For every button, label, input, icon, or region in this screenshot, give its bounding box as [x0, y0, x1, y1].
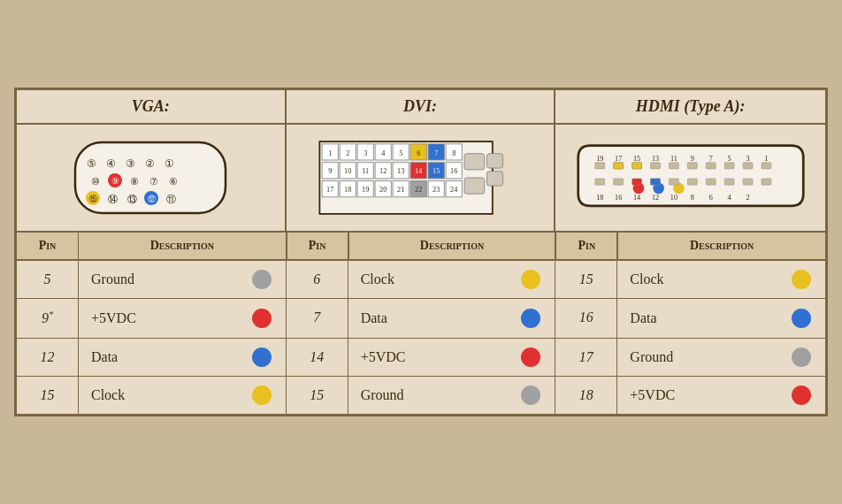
dvi-pin-0: 6 — [287, 261, 348, 298]
svg-text:③: ③ — [126, 157, 135, 170]
svg-text:①: ① — [165, 157, 174, 170]
svg-text:3: 3 — [364, 149, 367, 157]
svg-text:④: ④ — [106, 157, 116, 170]
table-row: 5 Ground 6 Clock 15 Clock — [17, 261, 825, 299]
hdmi-pin-0: 15 — [555, 261, 617, 298]
hdmi-pin-3: 18 — [555, 377, 617, 414]
svg-text:5: 5 — [399, 149, 402, 157]
dvi-pin-header: Pin — [287, 233, 348, 259]
svg-text:3: 3 — [746, 155, 749, 163]
svg-text:6: 6 — [708, 194, 712, 202]
svg-text:⑧: ⑧ — [130, 176, 139, 187]
color-dot-gray — [521, 386, 540, 405]
svg-text:5: 5 — [727, 155, 731, 163]
vga-pin-header: Pin — [17, 233, 79, 259]
svg-text:⑥: ⑥ — [169, 176, 178, 187]
vga-desc-3: Clock — [79, 377, 287, 414]
svg-text:13: 13 — [652, 155, 659, 163]
svg-rect-91 — [762, 163, 771, 169]
color-dot-blue — [521, 309, 540, 328]
svg-text:10: 10 — [344, 168, 351, 176]
hdmi-desc-header: Description — [617, 233, 825, 259]
table-row: 12 Data 14 +5VDC 17 Ground — [17, 339, 825, 377]
svg-rect-92 — [613, 163, 623, 169]
svg-text:⑫: ⑫ — [148, 195, 156, 203]
svg-text:2: 2 — [346, 149, 349, 157]
color-dot-blue — [792, 309, 811, 328]
svg-text:⑨: ⑨ — [111, 176, 119, 186]
svg-rect-115 — [632, 179, 641, 185]
svg-text:15: 15 — [432, 168, 440, 176]
svg-rect-106 — [594, 179, 604, 185]
hdmi-header: HDMI (Type A): — [555, 90, 825, 123]
svg-rect-85 — [650, 163, 660, 169]
table-row: 15 Clock 15 Ground 18 +5VDC — [17, 377, 825, 414]
vga-desc-0: Ground — [79, 261, 287, 298]
col-headers: Pin Description Pin Description Pin Desc… — [17, 233, 825, 261]
svg-text:20: 20 — [379, 187, 387, 195]
svg-text:②: ② — [145, 157, 155, 170]
svg-rect-90 — [743, 163, 753, 169]
dvi-desc-3: Ground — [348, 377, 556, 414]
color-dot-red — [521, 347, 540, 367]
svg-text:7: 7 — [434, 149, 438, 157]
hdmi-pin-1: 16 — [555, 299, 617, 337]
svg-text:9: 9 — [328, 168, 332, 176]
hdmi-connector-svg: 19 17 15 13 11 9 7 5 3 1 — [571, 134, 810, 222]
table-row: 9* +5VDC 7 Data 16 Data — [17, 299, 825, 338]
svg-text:⑪: ⑪ — [166, 194, 176, 204]
vga-pin-3: 15 — [17, 377, 79, 414]
hdmi-desc-1: Data — [617, 299, 825, 337]
svg-text:⑬: ⑬ — [127, 194, 137, 204]
vga-desc-2: Data — [79, 339, 287, 376]
dvi-pin-1: 7 — [287, 299, 348, 337]
dvi-desc-1: Data — [348, 299, 556, 337]
svg-text:⑮: ⑮ — [89, 195, 97, 203]
svg-text:7: 7 — [708, 155, 712, 163]
svg-text:17: 17 — [326, 187, 333, 195]
svg-text:2: 2 — [746, 194, 749, 202]
vga-pin-2: 12 — [17, 339, 79, 376]
main-table: VGA: DVI: HDMI (Type A): ⑤ ④ ③ ② ① ⑩ ⑨ ⑧… — [14, 88, 828, 416]
color-dot-yellow — [252, 386, 272, 405]
svg-rect-107 — [613, 179, 623, 185]
svg-text:18: 18 — [596, 194, 603, 202]
svg-rect-110 — [687, 179, 697, 185]
dvi-pin-2: 14 — [287, 339, 348, 376]
vga-header: VGA: — [17, 90, 287, 123]
svg-text:14: 14 — [415, 168, 422, 176]
vga-diagram: ⑤ ④ ③ ② ① ⑩ ⑨ ⑧ ⑦ ⑥ ⑮ ⑭ ⑬ ⑫ ⑪ — [17, 125, 287, 231]
svg-text:11: 11 — [670, 155, 677, 163]
svg-text:10: 10 — [670, 194, 677, 202]
svg-text:8: 8 — [452, 149, 455, 157]
svg-text:4: 4 — [727, 194, 731, 202]
svg-rect-114 — [762, 179, 771, 185]
data-rows: 5 Ground 6 Clock 15 Clock 9* +5VDC 7 — [17, 261, 825, 413]
vga-pin-1: 9* — [17, 299, 79, 337]
svg-rect-109 — [669, 179, 678, 185]
color-dot-blue — [252, 347, 272, 367]
svg-rect-87 — [687, 163, 697, 169]
svg-text:13: 13 — [397, 168, 404, 176]
dvi-pin-3: 15 — [287, 377, 348, 414]
svg-text:23: 23 — [432, 187, 440, 195]
svg-rect-116 — [650, 179, 660, 185]
svg-text:⑭: ⑭ — [108, 194, 118, 204]
color-dot-yellow — [521, 270, 540, 289]
svg-text:⑤: ⑤ — [87, 157, 96, 170]
vga-connector-svg: ⑤ ④ ③ ② ① ⑩ ⑨ ⑧ ⑦ ⑥ ⑮ ⑭ ⑬ ⑫ ⑪ — [66, 134, 234, 222]
svg-text:9: 9 — [690, 155, 693, 163]
svg-rect-89 — [724, 163, 734, 169]
dvi-desc-header: Description — [348, 233, 556, 259]
svg-text:16: 16 — [450, 168, 457, 176]
header-row: VGA: DVI: HDMI (Type A): — [17, 90, 825, 125]
svg-text:11: 11 — [362, 168, 369, 176]
svg-text:17: 17 — [615, 155, 622, 163]
svg-text:18: 18 — [344, 187, 351, 195]
hdmi-desc-0: Clock — [617, 261, 825, 298]
svg-rect-93 — [632, 163, 641, 169]
svg-text:⑦: ⑦ — [149, 176, 158, 187]
svg-text:4: 4 — [381, 149, 385, 157]
svg-rect-113 — [743, 179, 753, 185]
svg-text:12: 12 — [379, 168, 387, 176]
